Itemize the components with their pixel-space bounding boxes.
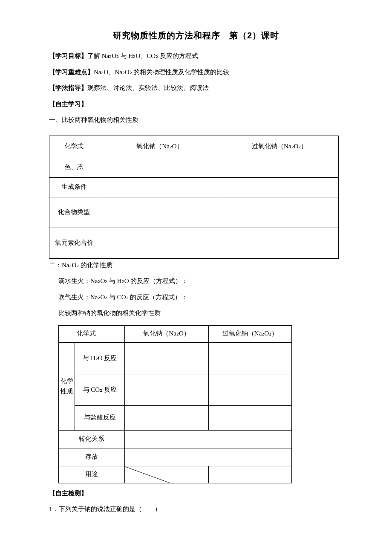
t1-row-color-state: 色、态 bbox=[49, 158, 99, 177]
key-difficulty-line: 【学习重难点】Na₂O、Na₂O₂ 的相关物理性质及化学性质的比较 bbox=[49, 68, 343, 77]
oxide-comparison-table-wrap: 化学式 氧化钠（Na₂O） 过氧化钠（Na₂O₂） 色、态 生成条件 化合物类型… bbox=[49, 136, 343, 259]
section-1-heading: 一、比较两种氧化物的相关性质 bbox=[49, 116, 343, 124]
method-guidance-text: 观察法、讨论法、实验法、比较法、阅读法 bbox=[87, 84, 209, 91]
t2-cell-storage bbox=[125, 448, 292, 466]
t2-row-co2: 与 CO₂ 反应 bbox=[75, 375, 125, 405]
t2-cell-use-na2o-diagonal bbox=[125, 466, 209, 483]
t2-cell-na2o2-co2 bbox=[208, 375, 291, 405]
t2-cell-na2o2-hcl bbox=[208, 405, 291, 430]
t1-cell-na2o2-formation bbox=[221, 177, 339, 197]
self-study-label: 【自主学习】 bbox=[49, 101, 87, 107]
t2-vlabel-chemical-properties: 化学性质 bbox=[59, 342, 75, 430]
t1-header-na2o: 氧化钠（Na₂O） bbox=[99, 136, 221, 158]
learning-objective-text: 了解 Na₂O₂ 与 H₂O、CO₂ 反应的方程式 bbox=[87, 52, 198, 59]
t1-header-formula: 化学式 bbox=[49, 136, 99, 158]
t2-row-storage: 存放 bbox=[59, 448, 125, 466]
method-guidance-line: 【学法指导】观察法、讨论法、实验法、比较法、阅读法 bbox=[49, 84, 343, 92]
key-difficulty-label: 【学习重难点】 bbox=[49, 69, 94, 75]
t2-row-use: 用途 bbox=[59, 466, 125, 483]
t1-row-oxygen-valence: 氧元素化合价 bbox=[49, 228, 99, 258]
t2-cell-na2o-co2 bbox=[125, 375, 209, 405]
t1-row-formation: 生成条件 bbox=[49, 177, 99, 197]
t2-cell-transform bbox=[125, 430, 292, 448]
chemistry-worksheet-page: 研究物质性质的方法和程序 第（2）课时 【学习目标】了解 Na₂O₂ 与 H₂O… bbox=[0, 0, 392, 538]
section-2-heading: 二：Na₂O₂ 的化学性质 bbox=[49, 261, 343, 270]
t2-header-formula-left-blank bbox=[59, 325, 75, 342]
reaction-co2-line: 吹气生火：Na₂O₂ 与 CO₂ 的反应（方程式）： bbox=[58, 293, 343, 302]
method-guidance-label: 【学法指导】 bbox=[49, 84, 87, 91]
section-2: 二：Na₂O₂ 的化学性质 滴水生火：Na₂O₂ 与 H₂O 的反应（方程式）：… bbox=[49, 261, 343, 483]
t1-cell-na2o-color bbox=[99, 158, 221, 177]
self-test-heading: 【自主检测】 bbox=[49, 489, 343, 498]
t1-cell-na2o2-type bbox=[221, 197, 339, 228]
t2-header-formula: 化学式 bbox=[75, 325, 125, 342]
compare-line: 比较两种钠的氧化物的相关化学性质 bbox=[58, 309, 343, 318]
t1-header-na2o2: 过氧化钠（Na₂O₂） bbox=[221, 136, 339, 158]
t1-cell-na2o-valence bbox=[99, 228, 221, 258]
t2-header-na2o2: 过氧化钠（Na₂O₂） bbox=[208, 325, 291, 342]
t2-cell-use-na2o2 bbox=[208, 466, 291, 483]
t2-cell-na2o-h2o bbox=[125, 342, 209, 375]
t2-cell-na2o2-h2o bbox=[208, 342, 291, 375]
t2-row-h2o: 与 H₂O 反应 bbox=[75, 342, 125, 375]
question-1: 1．下列关于钠的说法正确的是（ ） bbox=[49, 505, 343, 514]
t2-row-transform: 转化关系 bbox=[59, 430, 125, 448]
t1-row-compound-type: 化合物类型 bbox=[49, 197, 99, 228]
t1-cell-na2o-formation bbox=[99, 177, 221, 197]
chemical-properties-table-wrap: 化学式 氧化钠（Na₂O） 过氧化钠（Na₂O₂） 化学性质 与 H₂O 反应 … bbox=[58, 325, 343, 483]
t2-header-na2o: 氧化钠（Na₂O） bbox=[125, 325, 209, 342]
learning-objective-label: 【学习目标】 bbox=[49, 52, 87, 59]
self-test-label: 【自主检测】 bbox=[49, 490, 87, 497]
t2-row-hcl: 与盐酸反应 bbox=[75, 405, 125, 430]
t2-cell-na2o-hcl bbox=[125, 405, 209, 430]
learning-objective-line: 【学习目标】了解 Na₂O₂ 与 H₂O、CO₂ 反应的方程式 bbox=[49, 52, 343, 61]
reaction-h2o-line: 滴水生火：Na₂O₂ 与 H₂O 的反应（方程式）： bbox=[58, 277, 343, 286]
chemical-properties-table: 化学式 氧化钠（Na₂O） 过氧化钠（Na₂O₂） 化学性质 与 H₂O 反应 … bbox=[58, 325, 292, 483]
key-difficulty-text: Na₂O、Na₂O₂ 的相关物理性质及化学性质的比较 bbox=[94, 69, 229, 75]
t1-cell-na2o2-color bbox=[221, 158, 339, 177]
page-title: 研究物质性质的方法和程序 第（2）课时 bbox=[49, 30, 343, 41]
self-study-heading: 【自主学习】 bbox=[49, 100, 343, 109]
t1-cell-na2o-type bbox=[99, 197, 221, 228]
oxide-comparison-table: 化学式 氧化钠（Na₂O） 过氧化钠（Na₂O₂） 色、态 生成条件 化合物类型… bbox=[49, 136, 339, 259]
t1-cell-na2o2-valence bbox=[221, 228, 339, 258]
